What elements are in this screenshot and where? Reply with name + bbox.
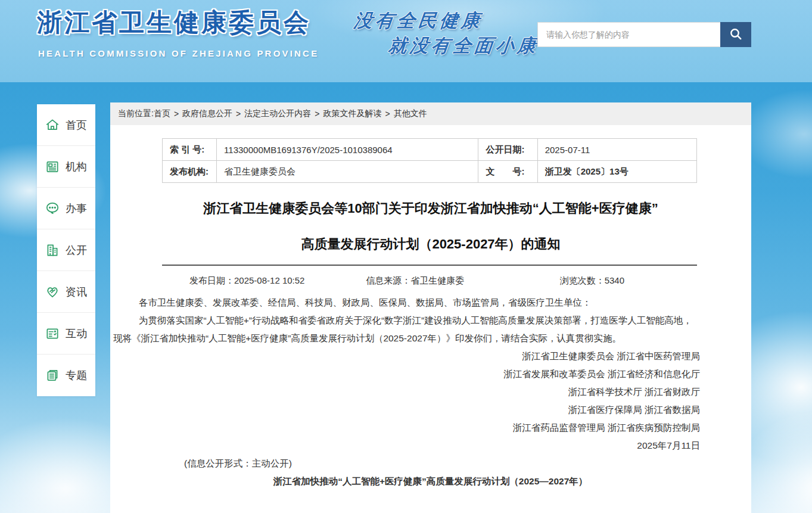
breadcrumb-link-policy-docs[interactable]: 政策文件及解读 [323, 108, 381, 119]
page-title-line-2: 高质量发展行动计划（2025-2027年）的通知 [146, 226, 715, 262]
site-logo-subtitle: HEALTH COMMISSION OF ZHEJIANG PROVINCE [38, 48, 319, 58]
breadcrumb-link-other-docs[interactable]: 其他文件 [394, 108, 427, 119]
publish-datetime-label: 发布日期： [189, 275, 234, 285]
sidebar-item-label: 公开 [66, 243, 87, 257]
disclosure-building-icon [45, 242, 60, 258]
info-source-value: 省卫生健康委 [410, 275, 464, 285]
publish-date-value: 2025-07-11 [537, 139, 696, 161]
breadcrumb-link-home[interactable]: 首页 [154, 108, 170, 119]
site-header: 浙江省卫生健康委员会 HEALTH COMMISSION OF ZHEJIANG… [0, 0, 812, 82]
sidebar-item-news[interactable]: 资讯 [37, 271, 95, 313]
issuing-agency-value: 省卫生健康委员会 [217, 161, 478, 183]
news-heart-hands-icon [45, 284, 60, 300]
sidebar-item-home[interactable]: 首页 [37, 104, 95, 146]
sidebar-item-label: 专题 [66, 368, 87, 383]
disclosure-note: (信息公开形式：主动公开) [184, 455, 700, 472]
info-source: 信息来源：省卫生健康委 [326, 275, 503, 287]
view-count: 浏览次数：5340 [503, 275, 697, 287]
doc-number-label: 文 号: [478, 161, 537, 183]
publish-date-label: 公开日期: [478, 139, 537, 161]
view-count-label: 浏览次数： [560, 275, 605, 285]
signature-line: 浙江省发展和改革委员会 浙江省经济和信息化厅 [113, 365, 700, 383]
services-chat-icon [45, 201, 60, 216]
article-body: 各市卫生健康委、发展改革委、经信局、科技局、财政局、医保局、数据局、市场监管局，… [113, 294, 700, 490]
breadcrumb: 当前位置: 首页 > 政府信息公开 > 法定主动公开内容 > 政策文件及解读 >… [110, 102, 751, 125]
sidebar-item-topics[interactable]: 专题 [37, 355, 95, 396]
site-logo-title: 浙江省卫生健康委员会 [37, 6, 311, 39]
publish-datetime: 发布日期：2025-08-12 10:52 [162, 275, 326, 287]
view-count-value: 5340 [605, 275, 624, 285]
publish-datetime-value: 2025-08-12 10:52 [234, 275, 304, 285]
breadcrumb-prefix: 当前位置: [118, 108, 154, 119]
page-title: 浙江省卫生健康委员会等10部门关于印发浙江省加快推动“人工智能+医疗健康” 高质… [110, 191, 751, 262]
info-source-label: 信息来源： [366, 275, 410, 285]
page-title-line-1: 浙江省卫生健康委员会等10部门关于印发浙江省加快推动“人工智能+医疗健康” [146, 191, 715, 226]
breadcrumb-link-gov-info[interactable]: 政府信息公开 [182, 108, 232, 119]
main-content: 当前位置: 首页 > 政府信息公开 > 法定主动公开内容 > 政策文件及解读 >… [110, 102, 751, 513]
sidebar-item-label: 资讯 [66, 285, 87, 299]
sidebar-item-label: 互动 [66, 327, 87, 341]
search-button[interactable] [720, 22, 751, 47]
signature-line: 浙江省医疗保障局 浙江省数据局 [113, 401, 700, 419]
breadcrumb-link-statutory[interactable]: 法定主动公开内容 [244, 108, 311, 119]
search-icon [729, 27, 743, 43]
slogan-line-2: 就没有全面小康 [387, 33, 540, 58]
search-input[interactable] [537, 22, 720, 47]
breadcrumb-separator: > [236, 109, 241, 119]
sidebar-item-label: 首页 [66, 118, 87, 132]
sidebar-item-services[interactable]: 办事 [37, 188, 95, 229]
breadcrumb-separator: > [385, 109, 390, 119]
sidebar-item-label: 办事 [66, 201, 87, 216]
signature-block: 浙江省卫生健康委员会 浙江省中医药管理局 浙江省发展和改革委员会 浙江省经济和信… [113, 347, 700, 455]
signature-date: 2025年7月11日 [113, 437, 700, 455]
signature-line: 浙江省药品监督管理局 浙江省疾病预防控制局 [113, 419, 700, 437]
home-icon [45, 117, 60, 133]
signature-line: 浙江省科学技术厅 浙江省财政厅 [113, 383, 700, 401]
sidebar-item-label: 机构 [66, 160, 87, 174]
site-search [537, 22, 751, 47]
doc-number-value: 浙卫发〔2025〕13号 [537, 161, 696, 183]
index-number-value: 11330000MB1691376Y/2025-1010389064 [217, 139, 478, 161]
slogan-line-1: 没有全民健康 [353, 8, 484, 33]
salutation-paragraph: 各市卫生健康委、发展改革委、经信局、科技局、财政局、医保局、数据局、市场监管局，… [113, 294, 700, 312]
sidebar-item-disclosure[interactable]: 公开 [37, 229, 95, 271]
breadcrumb-separator: > [315, 109, 319, 119]
document-info-table: 索 引 号: 11330000MB1691376Y/2025-101038906… [162, 138, 697, 183]
article-meta: 发布日期：2025-08-12 10:52 信息来源：省卫生健康委 浏览次数：5… [162, 275, 697, 287]
institution-icon [45, 159, 60, 175]
attachment-title: 浙江省加快推动“人工智能+医疗健康”高质量发展行动计划（2025—2027年） [113, 472, 700, 490]
body-paragraph: 为贯彻落实国家“人工智能+”行动战略和省委省政府关于深化“数字浙江”建设推动人工… [113, 312, 700, 347]
breadcrumb-separator: > [174, 109, 179, 119]
sidebar-nav: 首页 机构 办事 公开 [37, 104, 95, 396]
sidebar-item-interaction[interactable]: 互动 [37, 313, 95, 355]
table-row: 发布机构: 省卫生健康委员会 文 号: 浙卫发〔2025〕13号 [163, 161, 697, 183]
title-divider [162, 265, 697, 266]
issuing-agency-label: 发布机构: [163, 161, 217, 183]
table-row: 索 引 号: 11330000MB1691376Y/2025-101038906… [163, 139, 697, 161]
topics-docs-icon [45, 368, 60, 383]
interaction-form-icon [45, 326, 60, 341]
sidebar-item-institution[interactable]: 机构 [37, 146, 95, 188]
index-number-label: 索 引 号: [163, 139, 217, 161]
signature-line: 浙江省卫生健康委员会 浙江省中医药管理局 [113, 347, 700, 365]
